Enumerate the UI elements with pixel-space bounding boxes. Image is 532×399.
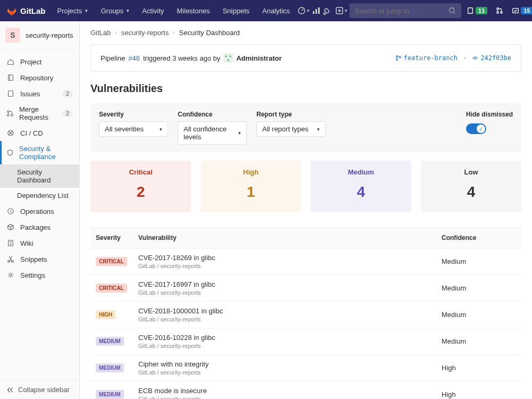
svg-rect-6: [468, 8, 473, 14]
sidebar-item-label: Snippets: [20, 255, 47, 263]
vulnerability-path: GitLab / security-reports: [138, 263, 442, 269]
confidence-value: Medium: [442, 337, 516, 345]
severity-filter[interactable]: All severities▾: [99, 121, 168, 137]
count-badge: 15: [521, 7, 532, 14]
sidebar-item-ci-cd[interactable]: CI / CD: [0, 125, 79, 141]
nav-snippets[interactable]: Snippets: [217, 0, 255, 21]
mr-icon: [6, 109, 14, 118]
breadcrumb-item[interactable]: GitLab: [90, 29, 111, 37]
chevron-down-icon: ▾: [85, 8, 88, 13]
confidence-filter-label: Confidence: [178, 111, 247, 118]
vulnerability-name: CVE-2017-18269 in glibc: [138, 254, 442, 262]
pipeline-prefix: Pipeline: [101, 54, 125, 62]
severity-badge: MEDIUM: [96, 390, 124, 399]
confidence-value: High: [442, 390, 516, 398]
sidebar-item-label: CI / CD: [20, 129, 43, 137]
repo-icon: [6, 73, 15, 82]
ci-icon: [6, 129, 15, 137]
sidebar-subitem-dependency-list[interactable]: Dependency List: [0, 188, 79, 203]
card-label: Medium: [311, 168, 411, 176]
gauge-icon: [297, 6, 306, 15]
sidebar-item-project[interactable]: Project: [0, 54, 79, 70]
issues-shortcut[interactable]: 11: [463, 0, 491, 21]
nav-activity[interactable]: Activity: [137, 0, 169, 21]
snip-icon: [6, 255, 15, 263]
severity-card-medium[interactable]: Medium4: [311, 161, 411, 212]
sidebar-item-packages[interactable]: Packages: [0, 219, 79, 235]
breadcrumb-item[interactable]: security-reports: [121, 29, 169, 37]
table-row[interactable]: MEDIUMCipher with no integrityGitLab / s…: [90, 355, 521, 381]
table-row[interactable]: HIGHCVE-2018-1000001 in glibcGitLab / se…: [90, 302, 521, 328]
table-row[interactable]: MEDIUMCVE-2016-10228 in glibcGitLab / se…: [90, 328, 521, 355]
sidebar-item-issues[interactable]: Issues2: [0, 86, 79, 102]
gitlab-icon: [6, 5, 17, 16]
pipeline-summary: Pipeline #46 triggered 3 weeks ago by Ad…: [90, 44, 521, 72]
sidebar-item-label: Settings: [20, 271, 45, 279]
sidebar-item-operations[interactable]: Operations: [0, 203, 79, 219]
header-confidence: Confidence: [442, 234, 516, 242]
project-header[interactable]: S security-reports: [0, 21, 79, 49]
confidence-value: Medium: [442, 257, 516, 265]
card-value: 4: [311, 184, 411, 201]
vulnerability-name: ECB mode is insecure: [138, 387, 442, 395]
plus-square-icon: [335, 6, 344, 15]
severity-card-low[interactable]: Low4: [421, 161, 521, 212]
vulnerability-name: CVE-2018-1000001 in glibc: [138, 307, 442, 315]
global-search[interactable]: [350, 3, 461, 18]
nav-milestones[interactable]: Milestones: [171, 0, 215, 21]
svg-point-30: [399, 56, 401, 58]
wiki-icon: [6, 239, 15, 247]
main-content: GitLab › security-reports › Security Das…: [80, 21, 532, 399]
severity-badge: CRITICAL: [96, 257, 127, 266]
table-row[interactable]: CRITICALCVE-2017-18269 in glibcGitLab / …: [90, 248, 521, 275]
pipeline-id-link[interactable]: #46: [128, 54, 140, 62]
plus-button[interactable]: ▾: [335, 0, 347, 21]
sidebar-item-snippets[interactable]: Snippets: [0, 251, 79, 267]
nav-groups[interactable]: Groups▾: [95, 0, 135, 21]
sidebar-item-merge-requests[interactable]: Merge Requests2: [0, 102, 79, 125]
nav-projects[interactable]: Projects▾: [52, 0, 94, 21]
chevron-down-icon: ▾: [307, 8, 310, 13]
sidebar-item-label: Project: [20, 58, 41, 66]
svg-point-28: [396, 56, 397, 57]
sidebar-item-settings[interactable]: Settings: [0, 267, 79, 283]
gitlab-logo[interactable]: GitLab: [6, 5, 46, 16]
severity-card-critical[interactable]: Critical2: [90, 161, 191, 212]
collapse-sidebar[interactable]: Collapse sidebar: [0, 380, 79, 399]
filter-panel: Severity All severities▾ Confidence All …: [90, 103, 521, 152]
svg-point-26: [229, 55, 231, 57]
dashboard-icon-button[interactable]: ▾: [297, 0, 310, 21]
severity-card-high[interactable]: High1: [201, 161, 301, 212]
merge-icon: [496, 7, 503, 14]
svg-rect-1: [313, 11, 314, 14]
nav-analytics[interactable]: Analytics: [257, 0, 295, 21]
vulnerability-path: GitLab / security-reports: [138, 396, 442, 399]
commit-link[interactable]: 242f03be: [472, 54, 511, 62]
table-row[interactable]: MEDIUMECB mode is insecureGitLab / secur…: [90, 381, 521, 399]
sidebar-item-wiki[interactable]: Wiki: [0, 235, 79, 251]
hide-dismissed-toggle[interactable]: ✓: [466, 123, 486, 134]
card-value: 2: [90, 184, 191, 201]
table-row[interactable]: CRITICALCVE-2017-16997 in glibcGitLab / …: [90, 275, 521, 302]
vulnerability-name: CVE-2017-16997 in glibc: [138, 280, 442, 288]
vulnerabilities-table: Severity Vulnerability Confidence CRITIC…: [90, 227, 521, 399]
pipeline-user[interactable]: Administrator: [236, 54, 281, 62]
shield-icon: [6, 148, 14, 157]
hide-dismissed-label: Hide dismissed: [466, 111, 513, 118]
search-input[interactable]: [355, 7, 444, 15]
mr-shortcut[interactable]: [493, 0, 506, 21]
svg-point-16: [7, 114, 10, 117]
confidence-filter[interactable]: All confidence levels▾: [178, 121, 247, 145]
branch-link[interactable]: feature-branch: [395, 54, 458, 62]
chart-icon-button[interactable]: [312, 0, 320, 21]
sidebar-item-label: Packages: [20, 223, 51, 231]
wrench-icon-button[interactable]: [322, 0, 331, 21]
report-filter[interactable]: All report types▾: [256, 121, 326, 137]
sidebar-item-label: Repository: [20, 74, 53, 82]
sidebar-item-security-compliance[interactable]: Security & Compliance: [0, 141, 79, 164]
sidebar-item-repository[interactable]: Repository: [0, 70, 79, 86]
chevron-down-icon: ▾: [238, 130, 241, 136]
sidebar-subitem-security-dashboard[interactable]: Security Dashboard: [0, 164, 79, 188]
chevron-down-icon: ▾: [345, 8, 347, 13]
todos-shortcut[interactable]: 15: [509, 0, 532, 21]
